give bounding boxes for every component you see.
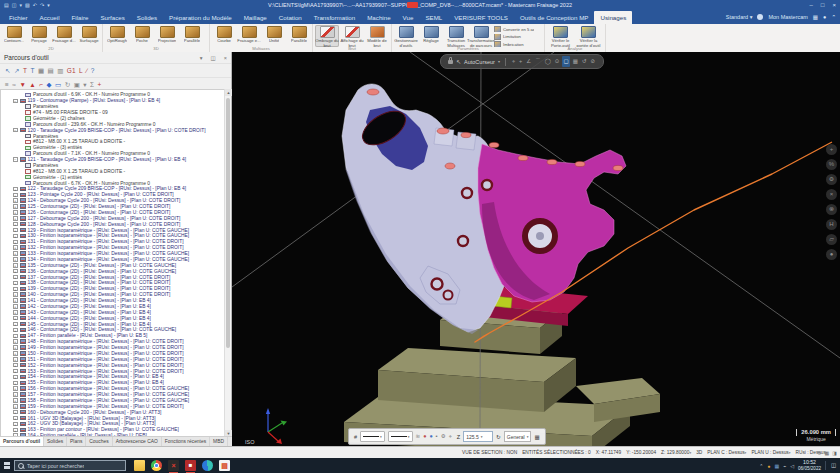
workspace-selector[interactable]: Standard ▾ bbox=[726, 14, 753, 20]
disable-snap-icon[interactable]: ⊘ bbox=[589, 56, 596, 67]
point-color-icon[interactable]: ● bbox=[423, 433, 426, 440]
feedback-icon[interactable]: ● bbox=[823, 14, 826, 20]
center-snap-icon[interactable]: ⊙ bbox=[554, 56, 561, 67]
minimize-button[interactable]: – bbox=[810, 0, 813, 10]
help-icon[interactable]: ? bbox=[91, 65, 95, 77]
tree-expand-icon[interactable] bbox=[13, 375, 18, 380]
line-color-icon[interactable]: ● bbox=[430, 433, 433, 440]
stock-button[interactable]: Affichage du brut bbox=[340, 25, 364, 47]
tree-expand-icon[interactable] bbox=[13, 263, 18, 268]
ribbon-tab[interactable]: Préparation du Modèle bbox=[163, 11, 238, 24]
toolpath-2d-button[interactable]: Surfaçage bbox=[77, 25, 101, 47]
taskbar-clock[interactable]: 10:52 06/05/2022 bbox=[798, 460, 821, 471]
tree-expand-icon[interactable] bbox=[13, 240, 18, 245]
tree-expand-icon[interactable] bbox=[13, 269, 18, 274]
y-coordinate[interactable]: Y: -150.20004 bbox=[626, 450, 656, 455]
edit-icon[interactable]: ∕ bbox=[86, 65, 87, 77]
ribbon-tab[interactable]: SEML bbox=[419, 11, 448, 24]
tree-expand-icon[interactable] bbox=[13, 428, 18, 433]
maximize-button[interactable]: □ bbox=[821, 0, 825, 10]
account-menu[interactable]: Mon Mastercam bbox=[768, 14, 807, 20]
tree-expand-icon[interactable] bbox=[13, 304, 18, 309]
mastercam-icon[interactable]: × bbox=[168, 460, 179, 471]
parameters-small-button[interactable]: Limitation bbox=[494, 34, 534, 40]
tray-shield-icon[interactable]: ▦ bbox=[774, 463, 779, 469]
toolpath-3d-button[interactable]: Projection bbox=[155, 25, 179, 47]
parameters-button[interactable]: Transformation de parcours bbox=[469, 25, 493, 47]
office-app-icon[interactable]: ▤ bbox=[219, 460, 230, 471]
autocursor-label[interactable]: AutoCurseur bbox=[464, 59, 495, 65]
regen-icon[interactable]: ↻ bbox=[496, 434, 501, 440]
tree-expand-icon[interactable] bbox=[13, 328, 18, 333]
point-snap-icon[interactable]: + bbox=[518, 56, 523, 67]
regen-all-icon[interactable]: T bbox=[30, 65, 34, 77]
tree-expand-icon[interactable] bbox=[13, 234, 18, 239]
tree-expand-icon[interactable] bbox=[13, 204, 18, 209]
tree-scrollbar[interactable]: ▲ ▼ bbox=[224, 89, 231, 437]
x-coordinate[interactable]: X: 47.11749 bbox=[596, 450, 622, 455]
tree-expand-icon[interactable] bbox=[13, 281, 18, 286]
collapse-ribbon-icon[interactable]: ⌃ bbox=[831, 14, 836, 20]
origin-snap-icon[interactable]: ⌖ bbox=[511, 56, 516, 67]
tree-expand-icon[interactable] bbox=[13, 410, 18, 415]
quadrant-snap-icon[interactable]: ▢ bbox=[562, 56, 569, 67]
select-all-icon[interactable]: ↖ bbox=[5, 65, 10, 77]
toolpath-multiaxis-button[interactable]: Unifié bbox=[262, 25, 286, 47]
zoom-in-button[interactable]: + bbox=[826, 144, 837, 155]
tree-expand-icon[interactable] bbox=[13, 193, 18, 198]
tree-expand-icon[interactable] bbox=[13, 287, 18, 292]
tree-expand-icon[interactable] bbox=[13, 357, 18, 362]
tree-expand-icon[interactable] bbox=[13, 228, 18, 233]
toolpath-multiaxis-button[interactable]: Parallèle bbox=[287, 25, 311, 47]
tree-expand-icon[interactable] bbox=[13, 392, 18, 397]
toolpath-multiaxis-button[interactable]: Courbe bbox=[212, 25, 236, 47]
panel-close-icon[interactable]: × bbox=[224, 55, 227, 61]
ribbon-tab[interactable]: Maillage bbox=[238, 11, 273, 24]
action-center-icon[interactable]: ◫ bbox=[825, 461, 838, 470]
tree-expand-icon[interactable] bbox=[13, 345, 18, 350]
tray-app-icon[interactable]: ● bbox=[767, 463, 770, 469]
attribute-set-select[interactable]: General ▾ bbox=[504, 431, 532, 442]
lock-icon[interactable] bbox=[448, 60, 453, 64]
tplane-selector[interactable]: PLAN U : Dessus▾ bbox=[751, 450, 790, 455]
file-explorer-icon[interactable] bbox=[134, 460, 145, 471]
ribbon-tab[interactable]: Vue bbox=[397, 11, 420, 24]
line-width-select[interactable]: ▾ bbox=[360, 431, 385, 442]
volume-icon[interactable]: ◁ bbox=[790, 463, 794, 469]
z-coordinate[interactable]: Z: 129.80000▾ bbox=[661, 450, 691, 455]
ribbon-tab[interactable]: Accueil bbox=[34, 11, 66, 24]
verify-icon[interactable]: ▤ bbox=[48, 65, 54, 77]
refresh-icon[interactable]: ↻ bbox=[817, 450, 821, 456]
tree-expand-icon[interactable] bbox=[13, 128, 18, 133]
tree-expand-icon[interactable] bbox=[13, 322, 18, 327]
tree-expand-icon[interactable] bbox=[13, 292, 18, 297]
network-icon[interactable]: ⌁ bbox=[783, 463, 786, 469]
ribbon-tab[interactable]: Cotation bbox=[273, 11, 308, 24]
shading-button[interactable]: ● bbox=[826, 249, 837, 260]
red-app-icon[interactable]: ■ bbox=[185, 460, 196, 471]
fill-color-icon[interactable]: ▪ bbox=[436, 433, 438, 440]
attributes-hash-icon[interactable]: # bbox=[354, 434, 357, 440]
tree-expand-icon[interactable] bbox=[13, 222, 18, 227]
selected-entities-status[interactable]: ENTITÉS SÉLECTIONNÉES : 0 bbox=[522, 450, 591, 455]
pan-button[interactable]: ▱ bbox=[826, 234, 837, 245]
ribbon-tab[interactable]: VERISURF TOOLS bbox=[448, 11, 514, 24]
toolpath-2d-button[interactable]: Contourn... bbox=[2, 25, 26, 47]
regen-dirty-icon[interactable]: T bbox=[23, 65, 27, 77]
analysis-button[interactable]: Vérifier la portée d'outil bbox=[575, 25, 602, 47]
ribbon-tab[interactable]: Transformation bbox=[308, 11, 361, 24]
tree-expand-icon[interactable] bbox=[13, 210, 18, 215]
ribbon-tab[interactable]: Usinages bbox=[594, 11, 632, 24]
toolpath-3d-button[interactable]: Parallèle bbox=[180, 25, 204, 47]
ribbon-tab[interactable]: Fichier bbox=[3, 11, 34, 24]
ribbon-tab[interactable]: Solides bbox=[131, 11, 163, 24]
close-button[interactable]: × bbox=[832, 0, 836, 10]
tree-expand-icon[interactable] bbox=[13, 381, 18, 386]
toolpath-3d-button[interactable]: Poche bbox=[130, 25, 154, 47]
notifications-icon[interactable]: ▦ bbox=[813, 14, 818, 20]
grid-icon[interactable]: ▦ bbox=[534, 434, 539, 440]
ribbon-tab[interactable]: Outils de Conception MP bbox=[514, 11, 594, 24]
z-depth-input[interactable]: 125.5 ▾ bbox=[463, 431, 493, 442]
tray-expand-icon[interactable]: ⌃ bbox=[759, 463, 763, 469]
attributes-icon[interactable]: ⚙ bbox=[441, 433, 446, 440]
